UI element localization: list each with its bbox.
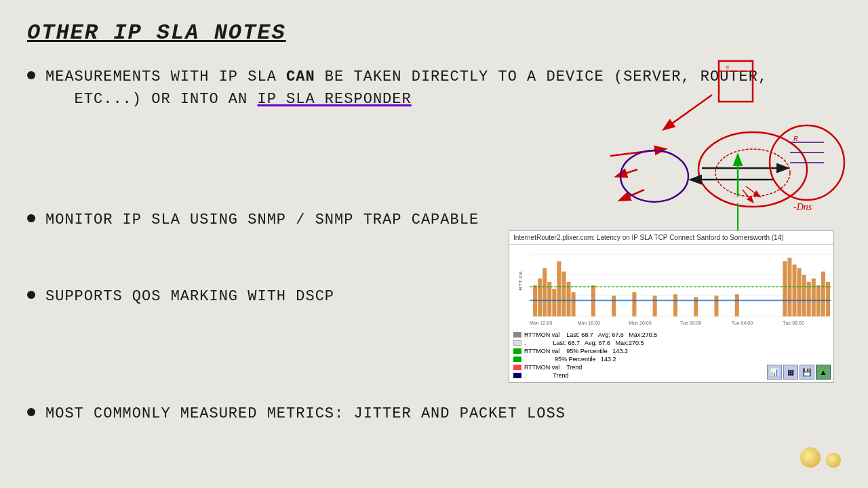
svg-rect-38 — [542, 268, 547, 317]
svg-rect-47 — [632, 292, 636, 317]
bullet-section-4: Most commonly measured metrics: Jitter a… — [27, 403, 841, 425]
legend-row-3: RTTMON val 95% Percentile 143.2 — [513, 348, 829, 354]
circle-small — [826, 453, 841, 468]
svg-rect-46 — [612, 296, 616, 317]
legend-color-2 — [513, 340, 521, 346]
svg-rect-41 — [557, 261, 561, 316]
bullet-dot-3 — [27, 291, 35, 299]
svg-rect-48 — [653, 296, 657, 317]
legend-label-5: RTTMON val Trend — [524, 364, 582, 371]
svg-rect-42 — [561, 272, 566, 317]
chart-container: InternetRouter2.plixer.com: Latency on I… — [509, 230, 834, 383]
svg-point-7 — [620, 150, 688, 202]
svg-text:Mon 20:00: Mon 20:00 — [629, 321, 651, 326]
svg-rect-57 — [802, 275, 806, 317]
svg-rect-51 — [714, 296, 718, 317]
svg-rect-55 — [792, 264, 796, 316]
svg-rect-56 — [797, 268, 802, 317]
slide-title: Other IP SLA Notes — [27, 20, 841, 45]
legend-color-4 — [513, 357, 521, 362]
bullet-text-2: Monitor IP SLA using SNMP / SNMP Trap Ca… — [45, 209, 479, 231]
svg-text:R: R — [793, 135, 798, 143]
bullet-item-4: Most commonly measured metrics: Jitter a… — [27, 403, 841, 425]
svg-point-9 — [715, 149, 790, 197]
svg-rect-0 — [719, 61, 753, 102]
svg-rect-40 — [552, 289, 556, 317]
legend-label-6: . Trend — [524, 372, 569, 379]
chart-legend: RTTMON val Last: 68.7 Avg: 67.6 Max:270.… — [509, 329, 833, 382]
bullet-dot-1 — [27, 71, 35, 79]
network-diagram: ≡ — [509, 54, 848, 230]
svg-rect-49 — [673, 294, 677, 317]
legend-color-1 — [513, 332, 521, 338]
legend-label-4: 95% Percentile 143.2 — [524, 356, 616, 363]
chart-svg: 300 200 100 0 Mon 12:00 Mon 16:00 Mon 20… — [530, 247, 831, 327]
svg-rect-61 — [821, 272, 825, 317]
legend-color-6 — [513, 373, 521, 378]
legend-label-2: . Last: 68.7 Avg: 67.6 Max:270.5 — [524, 340, 644, 346]
bullet-text-4: Most commonly measured metrics: Jitter a… — [45, 403, 566, 425]
svg-text:Tue 00:00: Tue 00:00 — [680, 321, 702, 326]
svg-line-14 — [746, 186, 760, 197]
bullet-dot-2 — [27, 214, 35, 222]
svg-rect-37 — [538, 279, 542, 317]
svg-rect-59 — [812, 279, 816, 317]
bullet-text-3: Supports QoS Marking with DSCP — [45, 285, 334, 308]
chart-icon-table[interactable]: ▦ — [783, 365, 798, 380]
svg-text:≡: ≡ — [726, 64, 729, 71]
circle-large — [800, 447, 821, 468]
slide: Other IP SLA Notes Measurements with IP … — [0, 0, 868, 488]
legend-color-3 — [513, 348, 521, 354]
svg-rect-53 — [783, 261, 787, 316]
svg-rect-52 — [735, 294, 739, 317]
svg-text:-Dns: -Dns — [793, 202, 812, 212]
chart-icon-save[interactable]: 💾 — [800, 365, 814, 380]
svg-text:Mon 16:00: Mon 16:00 — [578, 321, 600, 326]
decorative-circles — [800, 447, 841, 468]
legend-row-2: . Last: 68.7 Avg: 67.6 Max:270.5 — [513, 340, 829, 346]
legend-row-1: RTTMON val Last: 68.7 Avg: 67.6 Max:270.… — [513, 331, 829, 338]
chart-icon-graph[interactable]: 📊 — [767, 365, 782, 380]
chart-y-label: RTT ms — [517, 271, 524, 290]
bullet-dot-4 — [27, 408, 35, 416]
svg-text:Tue 04:00: Tue 04:00 — [732, 321, 753, 326]
svg-text:Mon 12:00: Mon 12:00 — [530, 321, 552, 326]
chart-icon-buttons[interactable]: 📊 ▦ 💾 ▲ — [767, 365, 831, 380]
legend-color-5 — [513, 365, 521, 370]
legend-row-4: 95% Percentile 143.2 — [513, 356, 829, 363]
svg-line-3 — [665, 95, 712, 129]
chart-title: InternetRouter2.plixer.com: Latency on I… — [509, 231, 833, 245]
legend-label-1: RTTMON val Last: 68.7 Avg: 67.6 Max:270.… — [524, 331, 657, 338]
svg-text:Tue 08:00: Tue 08:00 — [783, 321, 804, 326]
legend-label-3: RTTMON val 95% Percentile 143.2 — [524, 348, 628, 354]
chart-icon-up[interactable]: ▲ — [816, 365, 831, 380]
svg-rect-44 — [572, 292, 576, 317]
